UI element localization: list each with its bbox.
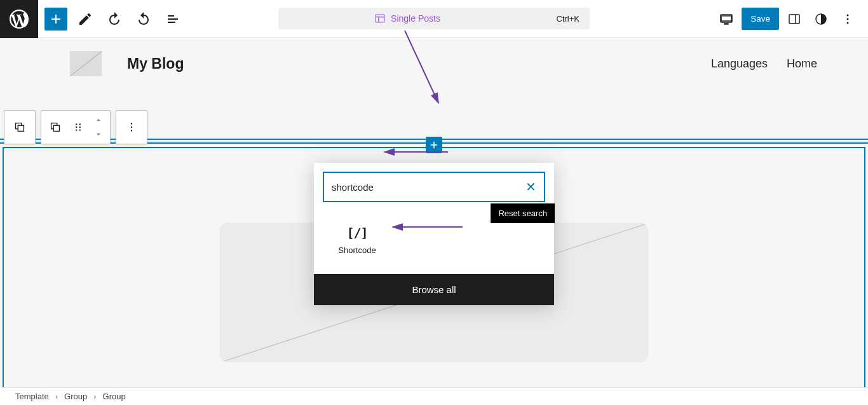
parent-block-selector[interactable] — [4, 110, 36, 144]
block-type-button[interactable] — [44, 113, 67, 141]
more-vertical-icon — [840, 11, 855, 27]
styles-button[interactable] — [810, 8, 832, 31]
undo-icon — [107, 11, 122, 27]
undo-button[interactable] — [103, 8, 126, 31]
template-chip[interactable]: Single Posts Ctrl+K — [278, 8, 590, 29]
plus-icon — [428, 139, 440, 151]
site-navigation: Languages Home — [711, 57, 817, 71]
inserter-result-shortcode[interactable]: [/] Shortcode — [323, 219, 391, 261]
desktop-icon — [719, 11, 734, 27]
svg-point-14 — [79, 123, 81, 125]
block-inserter-toggle[interactable] — [44, 8, 67, 31]
document-overview-button[interactable] — [161, 8, 184, 31]
svg-point-15 — [76, 127, 77, 128]
block-mover — [90, 113, 107, 141]
site-title[interactable]: My Blog — [127, 55, 184, 72]
svg-point-8 — [847, 22, 849, 24]
inserter-search-input[interactable] — [332, 182, 526, 193]
options-button[interactable] — [836, 8, 859, 31]
chevron-up-icon — [93, 115, 104, 125]
breadcrumb-item[interactable]: Template — [15, 392, 49, 401]
right-toolbar: Save — [715, 8, 864, 31]
save-button[interactable]: Save — [742, 8, 779, 30]
block-breadcrumb: Template › Group › Group — [0, 387, 868, 405]
template-selector-area: Single Posts Ctrl+K — [278, 8, 590, 29]
svg-rect-12 — [53, 125, 59, 131]
svg-point-7 — [847, 18, 849, 20]
breadcrumb-separator: › — [55, 392, 58, 401]
block-toolbar-group — [4, 110, 147, 144]
template-icon — [374, 13, 386, 24]
settings-sidebar-toggle[interactable] — [783, 8, 806, 31]
svg-point-21 — [131, 130, 132, 131]
svg-point-16 — [79, 127, 81, 128]
svg-rect-0 — [376, 15, 384, 22]
svg-point-17 — [76, 129, 77, 130]
inserter-result-label: Shortcode — [338, 245, 376, 255]
move-down-button[interactable] — [90, 127, 107, 141]
svg-rect-3 — [789, 15, 799, 24]
shortcut-hint: Ctrl+K — [557, 14, 580, 24]
nav-link-languages[interactable]: Languages — [711, 57, 768, 71]
list-view-icon — [165, 11, 180, 27]
chevron-down-icon — [93, 129, 104, 139]
svg-point-18 — [79, 129, 81, 130]
svg-rect-10 — [18, 125, 24, 131]
svg-point-19 — [131, 123, 132, 124]
svg-point-13 — [76, 123, 77, 125]
redo-icon — [136, 11, 151, 27]
plus-icon — [48, 11, 64, 27]
wordpress-icon — [8, 8, 31, 31]
inline-inserter-button[interactable] — [426, 137, 442, 153]
browse-all-button[interactable]: Browse all — [314, 274, 554, 305]
site-header: My Blog Languages Home — [0, 38, 868, 83]
pencil-icon — [78, 11, 93, 27]
template-label: Single Posts — [391, 13, 440, 24]
redo-button[interactable] — [132, 8, 155, 31]
view-button[interactable] — [715, 8, 738, 31]
edit-tool-button[interactable] — [74, 8, 97, 31]
nav-link-home[interactable]: Home — [787, 57, 817, 71]
clear-search-button[interactable]: ✕ — [526, 179, 536, 195]
editor-top-toolbar: Single Posts Ctrl+K Save — [0, 0, 868, 38]
group-icon — [13, 120, 27, 134]
svg-point-20 — [131, 127, 132, 128]
inserter-search-box: ✕ — [323, 172, 545, 202]
block-toolbar — [41, 110, 111, 144]
drag-handle[interactable] — [67, 113, 90, 141]
drag-icon — [71, 120, 85, 134]
block-options-button[interactable] — [120, 113, 143, 141]
sidebar-icon — [787, 11, 802, 27]
block-inserter-popover: ✕ Reset search [/] Shortcode Browse all — [314, 163, 554, 305]
group-icon — [48, 120, 62, 134]
more-vertical-icon — [125, 120, 139, 134]
wordpress-logo[interactable] — [0, 0, 38, 38]
block-options-toolbar — [116, 110, 147, 144]
shortcode-icon: [/] — [346, 225, 367, 240]
styles-icon — [813, 11, 829, 27]
svg-point-6 — [847, 14, 849, 16]
breadcrumb-item[interactable]: Group — [64, 392, 87, 401]
reset-search-tooltip: Reset search — [491, 203, 555, 223]
select-parent-button[interactable] — [8, 113, 31, 141]
site-logo-placeholder[interactable] — [70, 51, 102, 76]
move-up-button[interactable] — [90, 113, 107, 127]
editor-canvas: My Blog Languages Home — [0, 38, 868, 387]
breadcrumb-separator: › — [93, 392, 96, 401]
breadcrumb-item[interactable]: Group — [103, 392, 126, 401]
